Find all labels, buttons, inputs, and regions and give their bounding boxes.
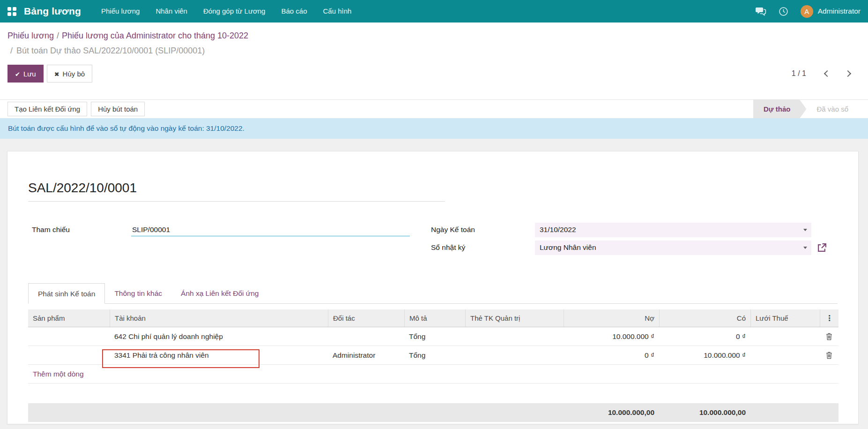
journal-items-table: Sản phẩmTài khoảnĐối tácMô tảThẻ TK Quản… — [28, 309, 838, 384]
column-header[interactable]: Mô tả — [404, 309, 465, 327]
field-group-right: Ngày Kế toán 31/10/2022 Sổ nhật ký Lương… — [431, 222, 827, 258]
title-underline — [28, 201, 445, 202]
column-header[interactable]: Thẻ TK Quản trị — [465, 309, 564, 327]
discard-button[interactable]: ✖Hủy bỏ — [47, 65, 92, 83]
pager-previous-icon[interactable] — [824, 70, 831, 77]
column-header[interactable]: Đối tác — [328, 309, 404, 327]
total-credit: 10.000.000,00 — [659, 408, 750, 417]
chevron-down-icon — [803, 229, 807, 231]
control-buttons: Tạo Liên kết Đối ứngHủy bút toán — [7, 100, 145, 118]
column-options[interactable]: ⋮ — [820, 309, 838, 327]
cell-the_tk[interactable] — [465, 346, 564, 364]
control-bar: Tạo Liên kết Đối ứngHủy bút toán Dự thảo… — [0, 99, 868, 118]
breadcrumb-link-2[interactable]: Phiếu lương của Administrator cho tháng … — [62, 31, 248, 40]
top-navbar: Bảng lương Phiếu lươngNhân viênĐóng góp … — [0, 0, 868, 23]
totals-row: 10.000.000,00 10.000.000,00 — [28, 403, 838, 422]
pager-next-icon[interactable] — [845, 70, 851, 77]
journal-input[interactable]: Lương Nhân viên — [535, 241, 811, 255]
tab-Phát sinh Kế toán[interactable]: Phát sinh Kế toán — [28, 283, 105, 304]
user-name: Administrator — [818, 7, 861, 15]
cell-san_pham[interactable] — [28, 327, 110, 346]
breadcrumb-current-line: /Bút toán Dự thảo SAL/2022/10/0001 (SLIP… — [7, 44, 861, 57]
delete-row-button[interactable] — [820, 346, 838, 364]
nav-item[interactable]: Phiếu lương — [93, 0, 148, 23]
trash-icon — [826, 333, 832, 340]
column-header[interactable]: Tài khoản — [110, 309, 328, 327]
cell-doi_tac[interactable] — [328, 327, 404, 346]
navbar-right: A Administrator — [743, 5, 861, 18]
save-button[interactable]: ✔Lưu — [7, 65, 44, 83]
nav-item[interactable]: Báo cáo — [273, 0, 315, 23]
cell-doi_tac[interactable]: Administrator — [328, 346, 404, 364]
activities-clock-icon[interactable] — [779, 7, 788, 16]
trash-icon — [826, 352, 832, 359]
cell-the_tk[interactable] — [465, 327, 564, 346]
action-button[interactable]: Tạo Liên kết Đối ứng — [7, 102, 87, 116]
app-brand[interactable]: Bảng lương — [24, 6, 81, 17]
table-header-row: Sản phẩmTài khoảnĐối tácMô tảThẻ TK Quản… — [28, 309, 838, 327]
apps-grid-icon[interactable] — [7, 7, 16, 16]
breadcrumb-separator: / — [54, 31, 62, 40]
table-row[interactable]: 3341 Phải trả công nhân viênAdministrato… — [28, 346, 838, 365]
header-area: Phiếu lương/Phiếu lương của Administrato… — [0, 23, 868, 99]
total-debit: 10.000.000,00 — [564, 408, 659, 417]
column-header[interactable]: Lưới Thuế — [750, 309, 820, 327]
accounting-date-label: Ngày Kế toán — [431, 226, 535, 234]
breadcrumb-current: Bút toán Dự thảo SAL/2022/10/0001 (SLIP/… — [16, 46, 205, 55]
cell-mo_ta[interactable]: Tổng — [404, 346, 465, 364]
external-link-icon[interactable] — [817, 243, 827, 253]
cell-tai_khoan[interactable]: 3341 Phải trả công nhân viên — [110, 346, 328, 364]
reference-label: Tham chiếu — [28, 226, 131, 234]
cell-san_pham[interactable] — [28, 346, 110, 364]
breadcrumb: Phiếu lương/Phiếu lương của Administrato… — [7, 29, 861, 42]
form-sheet: SAL/2022/10/0001 Tham chiếu SLIP/00001 N… — [7, 151, 859, 424]
field-groups: Tham chiếu SLIP/00001 Ngày Kế toán 31/10… — [28, 222, 838, 258]
cell-mo_ta[interactable]: Tổng — [404, 327, 465, 346]
right-edge-strip — [859, 257, 868, 429]
nav-item[interactable]: Đóng góp từ Lương — [195, 0, 274, 23]
record-pager: 1 / 1 — [792, 69, 861, 78]
cell-no[interactable]: 0 ₫ — [564, 346, 659, 364]
field-group-left: Tham chiếu SLIP/00001 — [28, 222, 431, 258]
action-button[interactable]: Hủy bút toán — [91, 102, 145, 116]
breadcrumb-link-1[interactable]: Phiếu lương — [7, 31, 54, 40]
form-buttons-row: ✔Lưu ✖Hủy bỏ 1 / 1 — [7, 65, 861, 83]
column-header[interactable]: Có — [659, 309, 750, 327]
add-line-link[interactable]: Thêm một dòng — [33, 370, 84, 378]
status-step[interactable]: Dự thảo — [753, 100, 807, 118]
content-area: SAL/2022/10/0001 Tham chiếu SLIP/00001 N… — [0, 139, 868, 429]
add-line-row: Thêm một dòng — [28, 365, 838, 384]
accounting-date-input[interactable]: 31/10/2022 — [535, 223, 811, 237]
nav-menu: Phiếu lươngNhân viênĐóng góp từ LươngBáo… — [93, 0, 359, 23]
tab-Ánh xạ Liên kết Đối ứng[interactable]: Ánh xạ Liên kết Đối ứng — [171, 283, 268, 303]
statusbar: Dự thảoĐã vào sổ — [753, 100, 868, 118]
toggle-columns-icon[interactable]: ⋮ — [826, 314, 833, 323]
pager-count: 1 / 1 — [792, 69, 806, 78]
journal-label: Sổ nhật ký — [431, 243, 535, 252]
breadcrumb-separator-2: / — [10, 46, 16, 55]
chevron-down-icon — [803, 247, 807, 249]
cell-luoi_thue[interactable] — [750, 346, 820, 364]
nav-item[interactable]: Cấu hình — [315, 0, 360, 23]
cell-no[interactable]: 10.000.000 ₫ — [564, 327, 659, 346]
nav-item[interactable]: Nhân viên — [148, 0, 195, 23]
column-header[interactable]: Sản phẩm — [28, 309, 110, 327]
table-row[interactable]: 642 Chi phí quản lý doanh nghiệpTổng10.0… — [28, 327, 838, 346]
tab-Thông tin khác[interactable]: Thông tin khác — [105, 283, 171, 303]
status-step[interactable]: Đã vào sổ — [806, 100, 859, 118]
delete-row-button[interactable] — [820, 327, 838, 346]
reference-input[interactable]: SLIP/00001 — [131, 224, 410, 236]
cell-tai_khoan[interactable]: 642 Chi phí quản lý doanh nghiệp — [110, 327, 328, 346]
table-body: 642 Chi phí quản lý doanh nghiệpTổng10.0… — [28, 327, 838, 365]
cell-luoi_thue[interactable] — [750, 327, 820, 346]
cross-icon: ✖ — [54, 71, 59, 78]
check-icon: ✔ — [15, 71, 20, 78]
user-menu[interactable]: A Administrator — [801, 5, 861, 18]
messages-icon[interactable] — [755, 7, 766, 16]
record-title[interactable]: SAL/2022/10/0001 — [28, 181, 445, 196]
column-header[interactable]: Nợ — [564, 309, 659, 327]
cell-co[interactable]: 0 ₫ — [659, 327, 750, 346]
cell-co[interactable]: 10.000.000 ₫ — [659, 346, 750, 364]
avatar: A — [801, 5, 813, 18]
info-banner: Bút toán được cấu hình để vào sổ tự động… — [0, 118, 868, 139]
